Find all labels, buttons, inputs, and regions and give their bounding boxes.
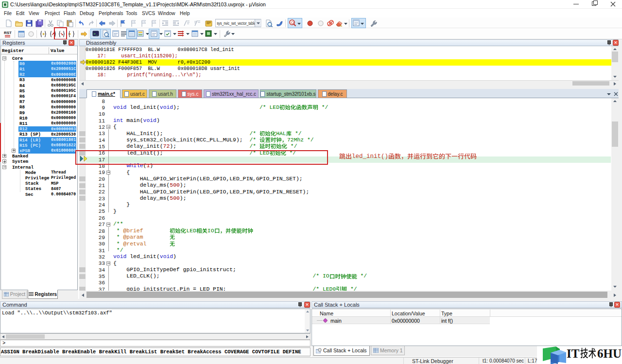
svg-text:>_: >_	[93, 32, 98, 36]
svg-text:Q: Q	[291, 20, 294, 25]
svg-text:RST: RST	[4, 31, 12, 35]
